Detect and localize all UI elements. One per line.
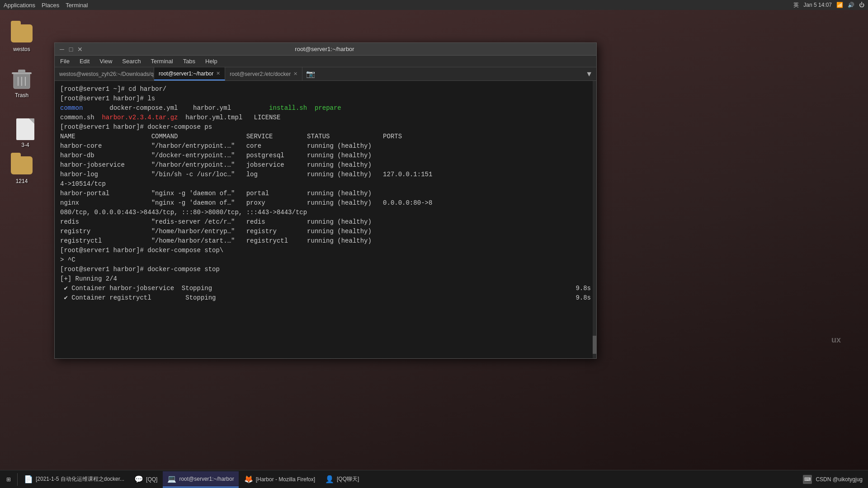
power-icon: ⏻ [859,2,864,8]
scroll-thumb[interactable] [593,336,596,354]
terminal-menubar: File Edit View Search Terminal Tabs Help [55,56,596,67]
trash-icon [11,69,33,90]
line-2: [root@server1 harbor]# ls [60,94,591,103]
taskbar-terminal-label: root@server1:~/harbor [179,476,234,482]
terminal-window: ─ □ ✕ root@server1:~/harbor File Edit Vi… [54,42,597,359]
line-r6: nginx "nginx -g 'daemon of…" proxy runni… [60,198,591,208]
tab-1[interactable]: westos@westos_zyh26:~/Downloads/qq-files… [55,67,154,80]
desktop-icon-westos[interactable]: westos [4,23,40,52]
line-running: [+] Running 2/4 [60,274,591,284]
taskbar-left: ⊞ 📄 [2021-1-5 自动化运维课程之docker... 💬 [QQ] 💻… [0,471,365,488]
line-r3: harbor-jobservice "/harbor/entrypoint.…"… [60,160,591,170]
line-r9: registryctl "/home/harbor/start.…" regis… [60,236,591,246]
line-stop1: [root@server1 harbor]# docker-compose st… [60,246,591,255]
line-th: NAME COMMAND SERVICE STATUS PORTS [60,132,591,141]
tab-1-label: westos@westos_zyh26:~/Downloads/qq-files… [59,71,154,77]
line-3: [root@server1 harbor]# docker-compose ps [60,122,591,132]
line-r6b: 080/tcp, 0.0.0.0:443->8443/tcp, :::80->8… [60,208,591,217]
line-r8: registry "/home/harbor/entryp…" registry… [60,227,591,236]
line-ctrlc: > ^C [60,255,591,265]
camera-icon: 📷 [306,70,315,78]
tab-scroll-button[interactable]: ▼ [582,67,596,80]
line-c1: ✔ Container harbor-jobservice Stopping9.… [60,284,591,293]
window-buttons[interactable]: ─ □ ✕ [58,46,84,53]
terminal-title: root@server1:~/harbor [84,46,566,52]
maximize-button[interactable]: □ [67,46,75,53]
wifi-icon: 📶 [836,2,843,8]
line-r1: harbor-core "/harbor/entrypoint.…" core … [60,141,591,151]
tab-3[interactable]: root@server2:/etc/docker ✕ [225,67,302,80]
top-bar: Applications Places Terminal 英 Jan 5 14:… [0,0,868,10]
minimize-button[interactable]: ─ [58,46,66,53]
menu-applications[interactable]: Applications [4,2,35,9]
taskbar-harbor-label: [Harbor - Mozilla Firefox] [256,476,315,483]
terminal-tabs: westos@westos_zyh26:~/Downloads/qq-files… [55,67,596,81]
taskbar-qqchat-label: [QQ聊天] [337,475,359,483]
top-bar-right: 英 Jan 5 14:07 📶 🔊 ⏻ [793,1,864,9]
new-tab-button[interactable]: 📷 [302,67,319,80]
menu-search[interactable]: Search [119,57,143,66]
folder-icon-westos [11,23,33,44]
line-1: [root@server1 ~]# cd harbor/ [60,84,591,94]
menu-help[interactable]: Help [203,57,220,66]
icon-label-westos: westos [13,46,30,52]
line-r4: harbor-log "/bin/sh -c /usr/loc…" log ru… [60,170,591,179]
icon-label-1214: 1214 [16,178,28,184]
desktop-icon-1214[interactable]: 1214 [4,155,40,184]
tab-2-close[interactable]: ✕ [216,70,220,76]
line-r5: harbor-portal "nginx -g 'daemon of…" por… [60,189,591,198]
volume-icon: 🔊 [848,2,854,8]
menu-terminal[interactable]: Terminal [148,57,176,66]
taskbar-divider-1 [17,473,18,486]
tab-2[interactable]: root@server1:~/harbor ✕ [154,67,225,80]
menu-view[interactable]: View [97,57,115,66]
desktop-icon-trash[interactable]: Trash [4,69,40,99]
line-c2: ✔ Container registryctl Stopping9.8s [60,293,591,303]
line-r7: redis "redis-server /etc/r…" redis runni… [60,217,591,227]
taskbar-qq[interactable]: 💬 [QQ] [130,471,162,488]
taskbar-course[interactable]: 📄 [2021-1-5 自动化运维课程之docker... [19,471,129,488]
csdn-label: CSDN @uikotygjug [816,476,863,483]
line-r2: harbor-db "/docker-entrypoint.…" postgre… [60,151,591,160]
taskbar-terminal[interactable]: 💻 root@server1:~/harbor [163,471,238,488]
close-button[interactable]: ✕ [76,46,84,53]
icon-label-trash: Trash [15,92,28,99]
menu-file[interactable]: File [57,57,72,66]
document-icon-34 [14,118,36,140]
desktop: westos Trash 3-4 1214 [0,10,868,470]
desktop-icon-doc34[interactable]: 3-4 [7,118,43,148]
taskbar: ⊞ 📄 [2021-1-5 自动化运维课程之docker... 💬 [QQ] 💻… [0,470,868,488]
line-stop2: [root@server1 harbor]# docker-compose st… [60,265,591,274]
taskbar-qq-chat[interactable]: 👤 [QQ聊天] [321,471,363,488]
svg-rect-2 [18,70,25,73]
lang-indicator: 英 [793,1,799,9]
menu-places[interactable]: Places [42,2,59,9]
tab-3-label: root@server2:/etc/docker [230,71,291,77]
taskbar-system-icon[interactable]: ⊞ [2,471,15,488]
line-ls2: common.sh harbor.v2.3.4.tar.gz harbor.ym… [60,113,591,122]
top-bar-left: Applications Places Terminal [4,2,88,9]
taskbar-qq-label: [QQ] [146,476,157,483]
terminal-content[interactable]: [root@server1 ~]# cd harbor/ [root@serve… [55,81,596,358]
terminal-scrollbar[interactable] [593,81,596,358]
icon-label-doc34: 3-4 [21,142,29,148]
menu-edit[interactable]: Edit [77,57,92,66]
line-r4b: 4->10514/tcp [60,179,591,189]
datetime: Jan 5 14:07 [803,2,832,8]
taskbar-harbor-firefox[interactable]: 🦊 [Harbor - Mozilla Firefox] [240,471,320,488]
folder-icon-1214 [11,155,33,176]
terminal-titlebar: ─ □ ✕ root@server1:~/harbor [55,43,596,56]
tab-3-close[interactable]: ✕ [293,71,297,77]
taskbar-right: ⌨ CSDN @uikotygjug [797,475,868,484]
menu-terminal-top[interactable]: Terminal [66,2,88,9]
tab-2-label: root@server1:~/harbor [159,70,213,77]
side-text: ux [831,335,841,345]
keyboard-icon: ⌨ [803,475,812,484]
menu-tabs[interactable]: Tabs [180,57,198,66]
taskbar-course-label: [2021-1-5 自动化运维课程之docker... [36,475,124,483]
line-ls1: common docker-compose.yml harbor.yml ins… [60,103,591,113]
